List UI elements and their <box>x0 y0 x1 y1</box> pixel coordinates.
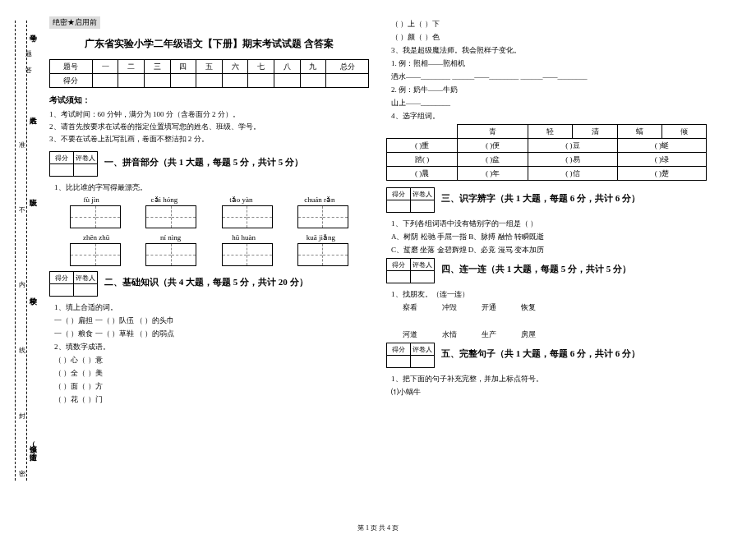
score-table: 题号 一 二 三 四 五 六 七 八 九 总分 得分 <box>49 59 369 88</box>
exam-title: 广东省实验小学二年级语文【下册】期末考试试题 含答案 <box>49 37 369 51</box>
right-column: （ ）上（ ）下 （ ）颜（ ）色 3、我是超级魔法师。我会照样子变化。 1. … <box>378 12 715 412</box>
q4-row1: 察看冲毁开通恢复 <box>403 302 707 313</box>
q5-1: 1、把下面的句子补充完整，并加上标点符号。 <box>391 374 707 384</box>
notices: 1、考试时间：60 分钟，满分为 100 分（含卷面分 2 分）。 2、请首先按… <box>49 109 369 145</box>
label-town: 乡镇(街道) <box>28 440 39 456</box>
notice-header: 考试须知： <box>49 94 369 106</box>
score-box: 得分评卷人 <box>49 271 98 297</box>
left-column: 绝密★启用前 广东省实验小学二年级语文【下册】期末考试试题 含答案 题号 一 二… <box>41 12 378 412</box>
score-box: 得分评卷人 <box>386 258 435 283</box>
score-box: 得分评卷人 <box>49 151 98 177</box>
charbox-row1 <box>58 205 361 228</box>
pinyin-row2: zhēn zhūní nìnghū huànkuā jiǎng <box>58 233 361 242</box>
q1-1: 1、比比谁的字写得最漂亮。 <box>54 182 369 193</box>
q2-1: 1、填上合适的词。 <box>54 302 369 313</box>
score-box: 得分评卷人 <box>386 343 435 368</box>
score-box: 得分评卷人 <box>386 187 435 213</box>
q2-2: 2、填数字成语。 <box>54 342 369 352</box>
charbox-row2 <box>58 243 361 266</box>
q4-row2: 河道水情生产房屋 <box>403 329 707 340</box>
q2-4: 4、选字组词。 <box>391 111 707 122</box>
page-footer: 第 1 页 共 4 页 <box>0 523 756 532</box>
q3-1: 1、下列各组词语中没有错别字的一组是（ ） <box>391 219 707 229</box>
secret-tag: 绝密★启用前 <box>49 16 100 29</box>
q4-1: 1、找朋友。（连一连） <box>391 289 707 300</box>
pinyin-row1: fù jìncǎi hóngtǎo yànchuán rǎn <box>58 196 361 204</box>
q2-3: 3、我是超级魔法师。我会照样子变化。 <box>391 45 707 56</box>
char-select-table: 青轻清蜻倾 ( )重( )便( )豆( )蜓 踏( )( )盆( )易( )绿 … <box>386 124 707 181</box>
